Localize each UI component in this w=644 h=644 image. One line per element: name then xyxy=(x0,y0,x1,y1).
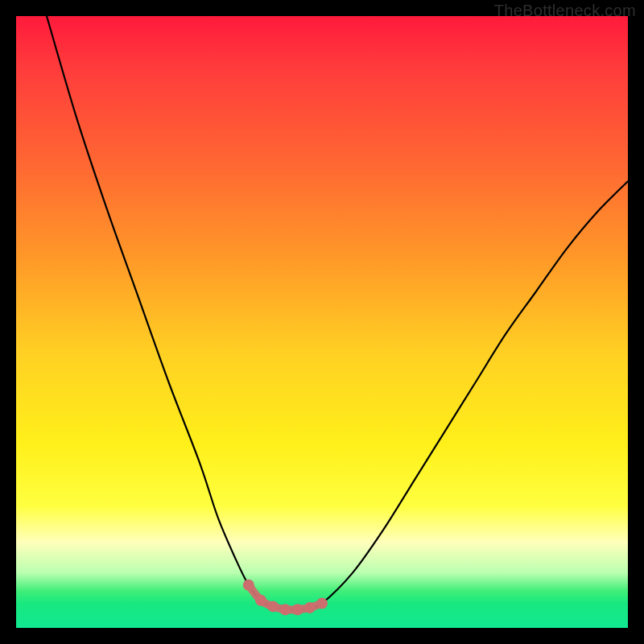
highlighted-range-dot xyxy=(267,601,279,612)
highlighted-range-dot xyxy=(243,580,254,591)
highlighted-range-dot xyxy=(316,598,328,609)
watermark-text: TheBottleneck.com xyxy=(494,2,636,20)
highlighted-range-dot xyxy=(292,604,303,615)
chart-svg xyxy=(16,16,628,628)
bottleneck-curve-line xyxy=(47,16,628,610)
highlighted-range-dot xyxy=(304,602,316,613)
highlighted-range-dot xyxy=(255,595,266,606)
highlighted-range-dot xyxy=(279,604,291,615)
chart-plot-area xyxy=(16,16,628,628)
